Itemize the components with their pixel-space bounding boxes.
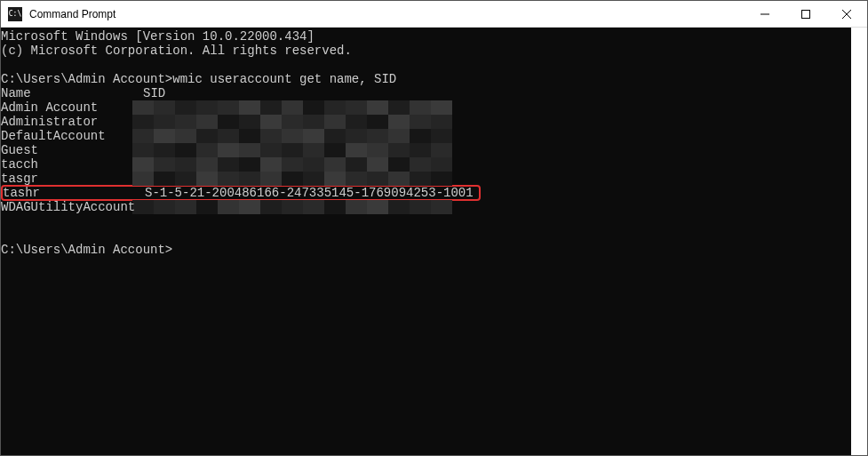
highlighted-account-row: tashrS-1-5-21-200486166-247335145-176909…: [1, 185, 481, 201]
col-header-name: Name: [1, 86, 143, 100]
blank-line: [1, 228, 851, 243]
account-name: Admin Account: [1, 100, 143, 115]
account-row: DefaultAccount: [1, 129, 851, 143]
copyright-line: (c) Microsoft Corporation. All rights re…: [1, 44, 851, 58]
account-name: tacch: [1, 157, 143, 172]
version-line: Microsoft Windows [Version 10.0.22000.43…: [1, 29, 851, 44]
redacted-sid: [132, 143, 452, 157]
redacted-sid: [132, 100, 452, 115]
header-row: NameSID: [1, 86, 851, 100]
cmd-icon: C:\: [8, 7, 22, 21]
account-sid: S-1-5-21-200486166-247335145-1769094253-…: [145, 186, 474, 200]
account-row: tasgr: [1, 172, 851, 186]
minimize-button[interactable]: [745, 1, 785, 28]
command-prompt-window: C:\ Command Prompt Microsoft Windows [Ve…: [0, 0, 868, 456]
titlebar[interactable]: C:\ Command Prompt: [1, 1, 867, 28]
window-title: Command Prompt: [29, 8, 115, 20]
account-name: DefaultAccount: [1, 129, 143, 143]
maximize-button[interactable]: [785, 1, 826, 28]
account-name: tashr: [3, 186, 145, 200]
redacted-sid: [132, 115, 452, 129]
blank-line: [1, 214, 851, 228]
prompt-path: C:\Users\Admin Account>: [1, 243, 172, 257]
close-button[interactable]: [826, 1, 867, 28]
account-name: WDAGUtilityAccount: [1, 200, 143, 214]
col-header-sid: SID: [143, 86, 165, 100]
account-row: Guest: [1, 143, 851, 157]
account-name: Administrator: [1, 115, 143, 129]
blank-line: [1, 58, 851, 72]
account-row: Admin Account: [1, 100, 851, 115]
account-name: tasgr: [1, 172, 143, 186]
prompt-line: C:\Users\Admin Account>: [1, 243, 851, 257]
svg-rect-1: [802, 10, 810, 18]
account-row: WDAGUtilityAccount: [1, 200, 851, 214]
terminal-output[interactable]: Microsoft Windows [Version 10.0.22000.43…: [1, 28, 867, 455]
account-row: Administrator: [1, 115, 851, 129]
command-line: C:\Users\Admin Account>wmic useraccount …: [1, 72, 851, 86]
redacted-sid: [132, 129, 452, 143]
redacted-sid: [132, 157, 452, 172]
account-row: tacch: [1, 157, 851, 172]
prompt-path: C:\Users\Admin Account>: [1, 72, 172, 86]
redacted-sid: [132, 172, 452, 186]
entered-command: wmic useraccount get name, SID: [172, 72, 396, 86]
account-name: Guest: [1, 143, 143, 157]
redacted-sid: [132, 200, 452, 214]
